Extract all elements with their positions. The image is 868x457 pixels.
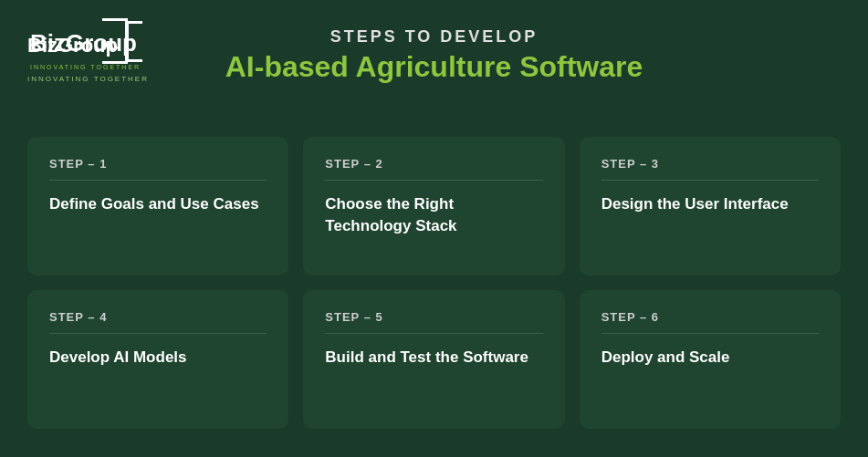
svg-text:INNOVATING TOGETHER: INNOVATING TOGETHER <box>30 64 141 70</box>
step-divider-3 <box>601 180 819 181</box>
step-label-5: STEP – 5 <box>325 310 542 324</box>
step-label-4: STEP – 4 <box>49 310 267 324</box>
step-divider-1 <box>49 180 267 181</box>
step-card-5: STEP – 5Build and Test the Software <box>303 290 564 429</box>
step-label-2: STEP – 2 <box>325 157 542 171</box>
svg-rect-1 <box>126 21 129 62</box>
step-label-3: STEP – 3 <box>601 157 819 171</box>
svg-rect-2 <box>126 21 142 24</box>
step-card-4: STEP – 4Develop AI Models <box>27 290 288 429</box>
step-card-2: STEP – 2Choose the Right Technology Stac… <box>303 137 564 275</box>
step-card-1: STEP – 1Define Goals and Use Cases <box>27 137 288 275</box>
step-title-6: Deploy and Scale <box>601 347 819 369</box>
step-title-1: Define Goals and Use Cases <box>49 193 267 215</box>
step-divider-2 <box>325 180 542 181</box>
step-divider-6 <box>601 333 819 334</box>
step-label-1: STEP – 1 <box>49 157 267 171</box>
step-title-4: Develop AI Models <box>49 347 267 369</box>
svg-text:BizGroup: BizGroup <box>30 29 137 57</box>
step-divider-5 <box>325 333 542 334</box>
logo-svg: BizGroup INNOVATING TOGETHER <box>26 16 144 80</box>
step-divider-4 <box>49 333 267 334</box>
step-card-6: STEP – 6Deploy and Scale <box>580 290 841 429</box>
step-label-6: STEP – 6 <box>601 310 819 324</box>
step-title-2: Choose the Right Technology Stack <box>325 193 542 237</box>
steps-grid: STEP – 1Define Goals and Use CasesSTEP –… <box>27 137 841 429</box>
svg-rect-3 <box>126 59 142 62</box>
step-title-3: Design the User Interface <box>601 193 819 215</box>
step-card-3: STEP – 3Design the User Interface <box>580 137 841 275</box>
step-title-5: Build and Test the Software <box>325 347 542 369</box>
